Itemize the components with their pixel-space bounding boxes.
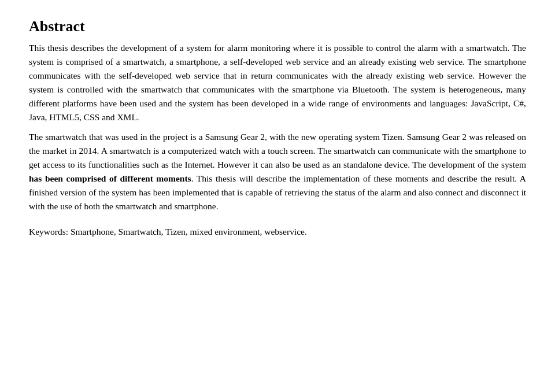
- keywords-label: Keywords:: [29, 227, 68, 236]
- paragraph-1: This thesis describes the development of…: [29, 41, 526, 124]
- paragraph-2: The smartwatch that was used in the proj…: [29, 130, 526, 213]
- keywords-section: Keywords: Smartphone, Smartwatch, Tizen,…: [29, 225, 526, 239]
- highlight-bold-text: has been comprised of different moments: [29, 173, 191, 183]
- keywords-text: Smartphone, Smartwatch, Tizen, mixed env…: [68, 227, 307, 236]
- abstract-title: Abstract: [29, 17, 526, 35]
- abstract-body: This thesis describes the development of…: [29, 41, 526, 213]
